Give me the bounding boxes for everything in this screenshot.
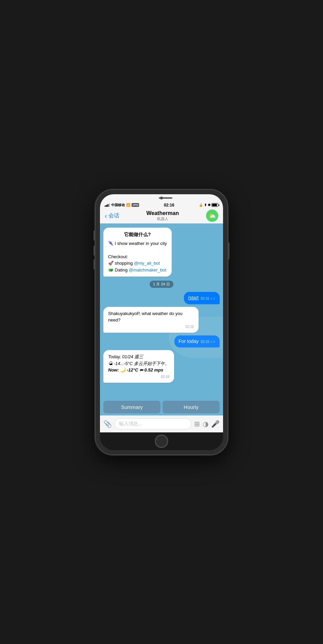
location-icon: ⬆ [204,203,207,207]
phone-device: 中国移动 📶 VPN 02:16 🔒 ⬆ ✱ ‹ 会话 Weatherman [95,189,228,455]
phone-screen: 中国移动 📶 VPN 02:16 🔒 ⬆ ✱ ‹ 会话 Weatherman [100,194,223,450]
bot-shopping-line: 🚀 shopping @my_ali_bot [108,260,167,267]
user-start-text: /start [188,295,199,301]
bot-dating-text: 🐲 Dating [108,267,128,273]
message-input[interactable]: 输入消息... [115,418,191,429]
status-bar: 中国移动 📶 VPN 02:16 🔒 ⬆ ✱ [100,202,223,209]
user-start-ticks: ✓✓ [210,297,216,300]
phone-notch [100,194,223,202]
status-time: 02:16 [164,203,174,208]
input-placeholder: 输入消息... [119,421,142,427]
input-icons: ⊞ ◑ 🎤 [194,420,220,428]
mic-icon[interactable]: 🎤 [211,420,220,428]
back-label: 会话 [108,212,119,219]
bot-intro-bubble: 它能做什么? 🌂 I show weather in your city Che… [103,228,172,277]
nav-header: ‹ 会话 Weatherman 机器人 ⛅ [100,209,223,224]
chat-area[interactable]: 它能做什么? 🌂 I show weather in your city Che… [100,224,223,399]
weather-line1: Today, 01/24 週三 [108,353,169,360]
vpn-badge: VPN [132,203,139,207]
date-sep-label: 1 月 24 日 [150,281,173,288]
nav-center: Weatherman 机器人 [119,210,206,221]
bot-shopping-text: 🚀 shopping [108,261,133,266]
input-bar: 📎 输入消息... ⊞ ◑ 🎤 [100,415,223,432]
sticker-icon[interactable]: ⊞ [194,420,200,428]
bluetooth-icon: ✱ [208,203,210,207]
battery-icon [211,203,218,207]
user-start-bubble: /start 02:16 ✓✓ [184,292,220,304]
bot-checkout-label: Checkout: [108,253,167,260]
status-left: 中国移动 📶 VPN [105,203,139,208]
user-today-text: For today [178,338,199,345]
attach-icon[interactable]: 📎 [103,420,112,428]
weather-time: 02:16 [108,374,169,379]
weather-line3: Now: 🌙 -12°C ⬅ 0.52 mps [108,367,169,374]
bot-question-time: 02:16 [108,324,194,329]
chevron-left-icon: ‹ [105,212,107,219]
bot-question-bubble: ShakuyakukyoP, what weather do you need?… [103,307,199,333]
phone-bottom [100,432,223,450]
bot-intro-line1: 🌂 I show weather in your city [108,240,167,247]
bot-shopping-link[interactable]: @my_ali_bot [134,261,160,266]
summary-button[interactable]: Summary [103,401,160,413]
signal-icon [105,203,110,207]
bot-weather-bubble: Today, 01/24 週三 🌤 -14...-5°C 多云开始于下午。 No… [103,350,174,383]
lock-icon: 🔒 [199,203,203,207]
status-right: 🔒 ⬆ ✱ [199,203,218,207]
user-today-ticks: ✓✓ [210,340,216,344]
bot-avatar[interactable]: ⛅ [206,210,218,222]
bot-dating-line: 🐲 Dating @matchmaker_bot [108,267,167,274]
user-today-time: 02:16 ✓✓ [201,339,216,345]
bot-question-text: ShakuyakukyoP, what weather do you need? [108,311,183,323]
cloud-icon: ⛅ [208,212,216,219]
hourly-button[interactable]: Hourly [163,401,220,413]
chat-title: Weatherman [119,210,206,216]
wifi-icon: 📶 [126,203,130,207]
chat-subtitle: 机器人 [119,216,206,221]
action-buttons-bar: Summary Hourly [100,399,223,415]
battery-fill [212,204,217,206]
home-button[interactable] [155,435,168,448]
carrier-label: 中国移动 [111,203,125,208]
date-separator: 1 月 24 日 [103,281,220,288]
emoji-icon[interactable]: ◑ [203,420,208,428]
user-today-bubble: For today 02:16 ✓✓ [174,335,220,348]
back-button[interactable]: ‹ 会话 [105,212,119,219]
user-start-time: 02:16 ✓✓ [201,296,216,301]
bot-intro-title: 它能做什么? [108,231,167,238]
bot-dating-link[interactable]: @matchmaker_bot [129,267,166,273]
speaker [159,197,172,199]
weather-line2: 🌤 -14...-5°C 多云开始于下午。 [108,360,169,367]
